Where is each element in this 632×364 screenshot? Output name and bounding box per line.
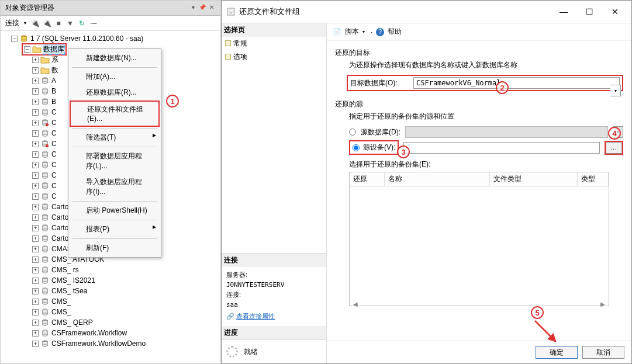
tree-db-row[interactable]: CMS_ QERP bbox=[1, 317, 220, 328]
tree-db-row[interactable]: CMS_ tSea bbox=[1, 286, 220, 296]
browse-device-button[interactable]: ... bbox=[606, 142, 622, 154]
ok-button[interactable]: 确定 bbox=[536, 346, 578, 359]
expand-icon[interactable] bbox=[32, 109, 39, 116]
page-options[interactable]: 选项 bbox=[222, 50, 326, 64]
expand-icon[interactable] bbox=[32, 256, 39, 263]
collapse-icon[interactable] bbox=[11, 36, 18, 42]
expand-icon[interactable] bbox=[32, 235, 39, 242]
database-icon bbox=[40, 297, 50, 306]
filter-icon[interactable]: ▼ bbox=[66, 19, 74, 27]
menu-import-app[interactable]: 导入数据层应用程序(I)... bbox=[70, 174, 160, 200]
tree-db-row[interactable]: CMS_ bbox=[1, 307, 220, 317]
tree-db-row[interactable]: CSFramework.Workflow bbox=[1, 328, 220, 338]
menu-restore-files[interactable]: 还原文件和文件组(E)... bbox=[70, 100, 160, 127]
col-name[interactable]: 名称 bbox=[385, 172, 490, 186]
collapse-icon[interactable] bbox=[24, 46, 30, 53]
expand-icon[interactable] bbox=[32, 183, 39, 189]
pages-header: 选择页 bbox=[222, 23, 326, 37]
server-node[interactable]: 1 7 (SQL Server 11.0.2100.60 - saa) bbox=[1, 33, 220, 44]
expand-icon[interactable] bbox=[32, 246, 39, 252]
target-db-chevron-down-icon[interactable]: ▾ bbox=[610, 85, 621, 96]
database-icon bbox=[40, 276, 50, 285]
help-link[interactable]: 帮助 bbox=[388, 27, 402, 37]
expand-icon[interactable] bbox=[32, 141, 39, 147]
menu-deploy-app[interactable]: 部署数据层应用程序(L)... bbox=[70, 148, 160, 174]
expand-icon[interactable] bbox=[32, 278, 39, 284]
database-icon bbox=[40, 171, 50, 179]
database-icon bbox=[40, 108, 50, 116]
object-explorer-panel: 对象资源管理器 ▾ 📌 ✕ 连接 ▾ 🔌 🔌 ■ ▼ ↻ ⁓ 1 7 (SQL … bbox=[0, 0, 221, 364]
menu-reports[interactable]: 报表(P) bbox=[70, 221, 160, 237]
menu-attach[interactable]: 附加(A)... bbox=[70, 69, 160, 85]
expand-icon[interactable] bbox=[32, 151, 39, 158]
refresh-icon[interactable]: ↻ bbox=[78, 19, 86, 27]
expand-icon[interactable] bbox=[32, 341, 39, 347]
menu-filter[interactable]: 筛选器(T) bbox=[70, 130, 160, 145]
expand-icon[interactable] bbox=[32, 330, 39, 337]
script-icon: 📄 bbox=[333, 28, 341, 36]
database-icon bbox=[40, 287, 50, 295]
expand-icon[interactable] bbox=[32, 225, 39, 231]
maximize-button[interactable]: ☐ bbox=[578, 4, 601, 19]
expand-icon[interactable] bbox=[32, 88, 39, 95]
tree-db-row[interactable]: CMS_ rs bbox=[1, 265, 220, 275]
target-desc: 为还原操作选择现有数据库的名称或键入新数据库名称 bbox=[349, 60, 623, 70]
view-connection-link[interactable]: 查看连接属性 bbox=[236, 313, 275, 320]
dropdown-icon[interactable]: ▾ bbox=[189, 4, 197, 12]
tree-db-row[interactable]: CSFramework.WorkflowDemo bbox=[1, 338, 220, 349]
folder-icon bbox=[32, 45, 42, 53]
source-dev-label: 源设备(V): bbox=[363, 143, 395, 152]
source-database-radio[interactable] bbox=[349, 129, 356, 136]
target-db-input[interactable] bbox=[413, 77, 620, 89]
dialog-icon bbox=[226, 7, 236, 16]
connect-icon[interactable]: 🔌 bbox=[31, 19, 39, 27]
expand-icon[interactable] bbox=[32, 288, 39, 294]
expand-icon[interactable] bbox=[32, 214, 39, 221]
backup-sets-table[interactable]: 还原 名称 文件类型 类型 ◀▶ bbox=[349, 172, 609, 306]
expand-icon[interactable] bbox=[32, 299, 39, 305]
col-type[interactable]: 类型 bbox=[578, 172, 609, 186]
source-db-label: 源数据库(D): bbox=[361, 127, 400, 137]
tree-db-row[interactable]: CMS_ IS2021 bbox=[1, 275, 220, 286]
expand-icon[interactable] bbox=[32, 320, 39, 326]
horizontal-scrollbar[interactable]: ◀▶ bbox=[350, 300, 609, 308]
pin-icon[interactable]: 📌 bbox=[198, 4, 206, 12]
expand-icon[interactable] bbox=[32, 162, 39, 168]
menu-new-database[interactable]: 新建数据库(N)... bbox=[70, 50, 160, 66]
expand-icon[interactable] bbox=[32, 267, 39, 273]
menu-restore-database[interactable]: 还原数据库(R)... bbox=[70, 85, 160, 100]
database-icon bbox=[40, 255, 50, 264]
disconnect-icon[interactable]: 🔌 bbox=[43, 19, 51, 27]
annotation-1: 1 bbox=[166, 95, 179, 108]
expand-icon[interactable] bbox=[32, 57, 39, 63]
close-icon[interactable]: ✕ bbox=[208, 4, 216, 12]
menu-powershell[interactable]: 启动 PowerShell(H) bbox=[70, 203, 160, 219]
script-dropdown[interactable]: 脚本 bbox=[345, 27, 359, 37]
source-device-radio[interactable] bbox=[353, 144, 360, 151]
expand-icon[interactable] bbox=[32, 309, 39, 316]
expand-icon[interactable] bbox=[32, 193, 39, 200]
col-restore[interactable]: 还原 bbox=[350, 172, 385, 186]
expand-icon[interactable] bbox=[32, 120, 39, 126]
cancel-button[interactable]: 取消 bbox=[582, 346, 624, 359]
activity-icon[interactable]: ⁓ bbox=[89, 19, 98, 27]
expand-icon[interactable] bbox=[32, 204, 39, 210]
source-device-input[interactable] bbox=[403, 142, 600, 154]
svg-point-18 bbox=[46, 123, 49, 126]
databases-label: 数据库 bbox=[43, 44, 64, 54]
close-button[interactable]: ✕ bbox=[603, 4, 627, 19]
svg-point-25 bbox=[46, 144, 49, 147]
page-general[interactable]: 常规 bbox=[222, 37, 326, 50]
expand-icon[interactable] bbox=[32, 130, 39, 137]
expand-icon[interactable] bbox=[32, 99, 39, 105]
expand-icon[interactable] bbox=[32, 172, 39, 179]
svg-point-21 bbox=[43, 134, 48, 137]
expand-icon[interactable] bbox=[32, 67, 39, 74]
tree-db-row[interactable]: CMS_ bbox=[1, 296, 220, 307]
connect-dropdown[interactable]: 连接 bbox=[5, 18, 19, 28]
stop-icon[interactable]: ■ bbox=[54, 19, 63, 27]
expand-icon[interactable] bbox=[32, 78, 39, 84]
col-filetype[interactable]: 文件类型 bbox=[490, 172, 578, 186]
minimize-button[interactable]: — bbox=[552, 4, 575, 19]
menu-refresh[interactable]: 刷新(F) bbox=[70, 240, 160, 256]
